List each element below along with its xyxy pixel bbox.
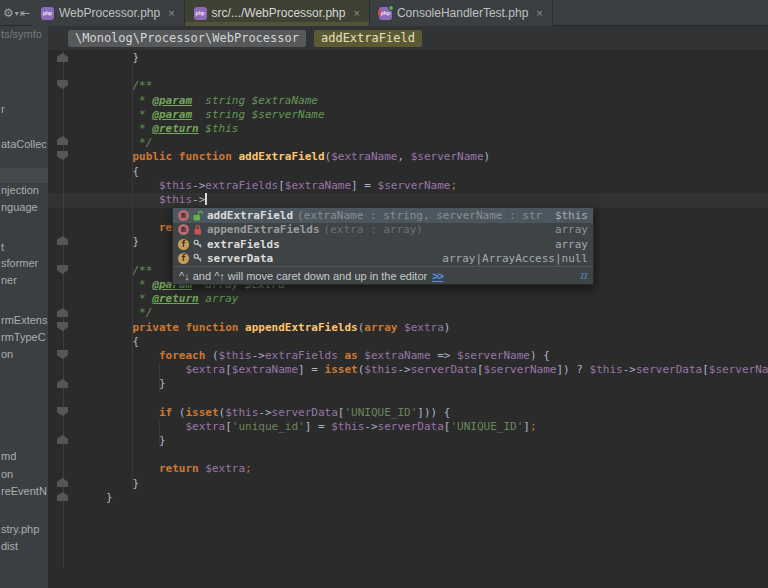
tree-item[interactable]: stry.php <box>1 523 39 535</box>
fold-start-icon[interactable] <box>57 151 68 160</box>
code-line[interactable]: } <box>106 377 768 391</box>
code-line[interactable]: $this-> <box>106 193 768 207</box>
completion-return-type: array <box>547 238 588 251</box>
fold-start-icon[interactable] <box>57 80 68 89</box>
fold-end-icon[interactable] <box>57 478 68 487</box>
completion-params: (extra : array) <box>324 223 423 236</box>
tab-consolehandlertest-php[interactable]: phpConsoleHandlerTest.php× <box>370 0 553 26</box>
completion-return-type: array <box>547 223 588 236</box>
code-line[interactable]: $extra[$extraName] = isset($this->server… <box>106 363 768 377</box>
code-line[interactable]: public function addExtraField($extraName… <box>106 150 768 164</box>
fold-start-icon[interactable] <box>57 407 68 416</box>
tab-close-icon[interactable]: × <box>168 7 174 19</box>
code-line[interactable]: foreach ($this->extraFields as $extraNam… <box>106 349 768 363</box>
completion-name: extraFields <box>207 238 280 251</box>
php-test-file-icon: php <box>379 7 392 20</box>
code-line[interactable]: $extra['unique_id'] = $this->serverData[… <box>106 420 768 434</box>
tree-item[interactable]: sformer <box>1 257 38 269</box>
breadcrumb-method-badge[interactable]: addExtraField <box>314 30 422 47</box>
code-line[interactable]: * @return $this <box>106 122 768 136</box>
indent-guide <box>159 364 160 391</box>
tree-item[interactable]: rmExtens <box>1 314 47 326</box>
chevron-down-icon[interactable]: ▾ <box>15 9 19 18</box>
tree-item[interactable]: dist <box>1 540 18 552</box>
tree-item[interactable]: md <box>1 450 16 462</box>
fold-end-icon[interactable] <box>57 308 68 317</box>
completion-return-type: $this <box>547 209 588 222</box>
indent-guide <box>132 65 133 491</box>
code-line[interactable] <box>106 65 768 79</box>
tab-label: ConsoleHandlerTest.php <box>397 6 528 20</box>
code-line[interactable]: * @return array <box>106 292 768 306</box>
more-link[interactable]: >> <box>432 270 443 282</box>
breadcrumb-class-badge[interactable]: \Monolog\Processor\WebProcessor <box>68 30 306 47</box>
tree-item[interactable]: njection <box>1 184 39 196</box>
code-line[interactable]: $this->extraFields[$extraName] = $server… <box>106 179 768 193</box>
completion-return-type: array|ArrayAccess|null <box>434 252 588 265</box>
method-icon: m <box>178 224 189 235</box>
tab-bar: ⚙ ▾ ⇤ phpWebProcessor.php×phpsrc/.../Web… <box>0 0 768 26</box>
fold-end-icon[interactable] <box>57 136 68 145</box>
tab-webprocessor-php[interactable]: phpWebProcessor.php× <box>32 0 185 26</box>
breadcrumb: \Monolog\Processor\WebProcessor addExtra… <box>48 26 768 50</box>
tab-close-icon[interactable]: × <box>353 7 359 19</box>
code-line[interactable]: * @param string $serverName <box>106 108 768 122</box>
completion-item-addExtraField[interactable]: maddExtraField(extraName : string, serve… <box>173 208 593 223</box>
tree-path-fragment: ts/symfo <box>1 28 42 40</box>
code-line[interactable]: return $extra; <box>106 462 768 476</box>
code-line[interactable]: private function appendExtraFields(array… <box>106 321 768 335</box>
tree-item[interactable]: r <box>1 103 5 115</box>
tab-close-icon[interactable]: × <box>536 7 542 19</box>
fold-end-icon[interactable] <box>57 492 68 501</box>
completion-item-appendExtraFields[interactable]: mappendExtraFields(extra : array)array <box>173 223 593 238</box>
fold-end-icon[interactable] <box>57 53 68 62</box>
fold-end-icon[interactable] <box>57 435 68 444</box>
completion-item-serverData[interactable]: fserverDataarray|ArrayAccess|null <box>173 252 593 267</box>
public-lock-open-icon <box>193 210 203 221</box>
completion-name: appendExtraFields <box>207 223 320 236</box>
completion-hint-text: ^↓ and ^↑ will move caret down and up in… <box>179 270 427 282</box>
code-line[interactable]: */ <box>106 136 768 150</box>
indent-guide <box>159 421 160 446</box>
tree-item[interactable]: nguage <box>1 201 38 213</box>
fold-end-icon[interactable] <box>57 379 68 388</box>
tree-item[interactable]: reEventN <box>1 485 47 497</box>
fold-start-icon[interactable] <box>57 322 68 331</box>
code-line[interactable]: if (isset($this->serverData['UNIQUE_ID']… <box>106 406 768 420</box>
code-line[interactable]: * @param string $extraName <box>106 94 768 108</box>
completion-footer: ^↓ and ^↑ will move caret down and up in… <box>173 266 593 284</box>
tree-item[interactable]: on <box>1 348 13 360</box>
tab-label: src/.../WebProcessor.php <box>212 6 346 20</box>
tree-item[interactable]: on <box>1 468 13 480</box>
tree-item[interactable]: rmTypeC <box>1 331 46 343</box>
completion-list: maddExtraField(extraName : string, serve… <box>173 208 593 266</box>
completion-name: serverData <box>207 252 273 265</box>
code-line[interactable]: */ <box>106 306 768 320</box>
tree-item[interactable]: t <box>1 241 4 253</box>
tab-src-webprocessor-php[interactable]: phpsrc/.../WebProcessor.php× <box>185 0 370 26</box>
code-line[interactable]: } <box>106 491 768 505</box>
editor-tabs: phpWebProcessor.php×phpsrc/.../WebProces… <box>32 0 553 26</box>
tab-label: WebProcessor.php <box>59 6 160 20</box>
code-line[interactable]: /** <box>106 79 768 93</box>
completion-item-extraFields[interactable]: fextraFieldsarray <box>173 237 593 252</box>
code-line[interactable] <box>106 448 768 462</box>
text-caret <box>205 193 207 205</box>
fold-end-icon[interactable] <box>57 236 68 245</box>
tree-item[interactable]: ataCollec <box>1 138 47 150</box>
pi-symbol: π <box>580 269 587 282</box>
tree-item[interactable]: ner <box>1 274 17 286</box>
code-line[interactable]: { <box>106 165 768 179</box>
code-line[interactable] <box>106 392 768 406</box>
settings-gear-icon[interactable]: ⚙ <box>3 7 14 19</box>
method-icon: m <box>178 210 189 221</box>
code-line[interactable]: { <box>106 335 768 349</box>
fold-start-icon[interactable] <box>57 350 68 359</box>
project-tree-panel[interactable]: ts/symfo rataCollecnjectionnguagetsforme… <box>0 26 48 588</box>
code-editor[interactable]: } /** * @param string $extraName * @para… <box>48 50 768 588</box>
code-line[interactable]: } <box>106 51 768 65</box>
collapse-panel-icon[interactable]: ⇤ <box>20 7 30 19</box>
fold-start-icon[interactable] <box>57 265 68 274</box>
code-line[interactable]: } <box>106 434 768 448</box>
code-line[interactable]: } <box>106 477 768 491</box>
